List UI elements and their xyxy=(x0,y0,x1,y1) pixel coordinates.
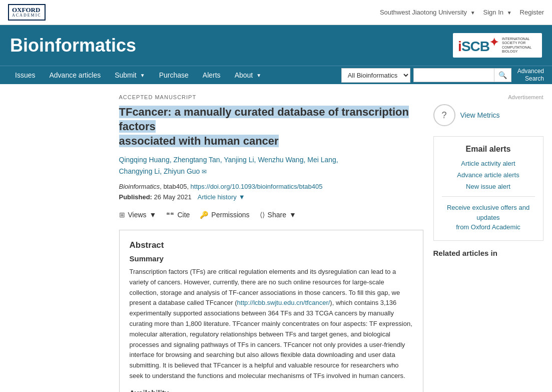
views-button[interactable]: ⊞ Views ▼ xyxy=(119,211,157,219)
article-history-button[interactable]: Article history ▼ xyxy=(198,193,245,201)
availability-title: Availability xyxy=(130,388,413,392)
metrics-circle: ? xyxy=(433,104,455,126)
author-1[interactable]: Qingqing Huang xyxy=(119,156,170,164)
advance-alerts-link[interactable]: Advance article alerts xyxy=(442,171,535,179)
cite-icon: ❝❝ xyxy=(166,211,174,219)
search-button[interactable]: 🔍 xyxy=(494,69,511,82)
nav-purchase[interactable]: Purchase xyxy=(152,66,196,84)
oxford-logo-text: OXFORD xyxy=(12,6,40,14)
signin-dropdown-arrow: ▼ xyxy=(507,10,512,16)
abstract-text: Transcription factors (TFs) are critical… xyxy=(130,267,413,381)
iscb-subtitle: INTERNATIONAL SOCIETY FOR COMPUTATIONAL … xyxy=(502,37,537,54)
institution-dropdown-arrow: ▼ xyxy=(470,10,475,16)
article-history-arrow: ▼ xyxy=(239,193,245,201)
nav-issues[interactable]: Issues xyxy=(8,66,42,84)
nav-submit[interactable]: Submit ▼ xyxy=(108,66,152,84)
nav-about[interactable]: About ▼ xyxy=(228,66,269,84)
oxford-logo: OXFORD ACADEMIC xyxy=(8,4,46,21)
article-title: TFcancer: a manually curated database of… xyxy=(119,105,423,148)
main-nav: Issues Advance articles Submit ▼ Purchas… xyxy=(0,66,552,84)
share-icon: ⟨⟩ xyxy=(260,211,265,219)
page-container: ACCEPTED MANUSCRIPT TFcancer: a manually… xyxy=(1,84,551,392)
abstract-box: Abstract Summary Transcription factors (… xyxy=(119,230,423,392)
main-content: ACCEPTED MANUSCRIPT TFcancer: a manually… xyxy=(119,94,423,392)
related-articles-title: Related articles in xyxy=(433,249,543,257)
new-issue-alert-link[interactable]: New issue alert xyxy=(442,183,535,190)
author-2[interactable]: Zhengtang Tan xyxy=(173,156,220,164)
article-ref: btab405 xyxy=(163,183,187,190)
action-bar: ⊞ Views ▼ ❝❝ Cite 🔑 Permissions ⟨⟩ Share… xyxy=(119,208,423,222)
summary-title: Summary xyxy=(130,254,413,263)
author-6[interactable]: Changying Li xyxy=(119,167,160,175)
author-4[interactable]: Wenzhu Wang xyxy=(258,156,303,164)
journal-title: Bioinformatics xyxy=(10,35,136,56)
nav-alerts[interactable]: Alerts xyxy=(196,66,228,84)
iscb-logo: iSCB✦ INTERNATIONAL SOCIETY FOR COMPUTAT… xyxy=(453,33,542,58)
academic-label: ACADEMIC xyxy=(12,14,42,18)
metrics-widget: ? View Metrics xyxy=(433,104,543,126)
search-input-wrap: 🔍 xyxy=(413,68,511,82)
manuscript-label: ACCEPTED MANUSCRIPT xyxy=(119,94,423,100)
top-bar: OXFORD ACADEMIC Southwest Jiaotong Unive… xyxy=(0,0,552,25)
journal-info: Bioinformatics, btab405, https://doi.org… xyxy=(119,183,423,190)
submit-dropdown-icon: ▼ xyxy=(140,73,145,78)
tfcancer-link[interactable]: http://lcbb.swjtu.edu.cn/tfcancer/ xyxy=(237,299,330,306)
permissions-icon: 🔑 xyxy=(200,211,208,219)
nav-items: Issues Advance articles Submit ▼ Purchas… xyxy=(8,66,341,84)
doi-text: https://doi.org/10.1093/bioinformatics/b… xyxy=(191,183,323,190)
brand-header: Bioinformatics iSCB✦ INTERNATIONAL SOCIE… xyxy=(0,25,552,66)
signin-link[interactable]: Sign In ▼ xyxy=(483,9,512,16)
published-date: 26 May 2021 xyxy=(154,193,192,201)
advertisement-label: Advertisement xyxy=(433,94,543,100)
abstract-text-after-link: ), which contains 3,136 experimentally s… xyxy=(130,299,412,379)
abstract-title: Abstract xyxy=(130,240,413,250)
author-5[interactable]: Mei Lang xyxy=(307,156,336,164)
author-3[interactable]: Yanjing Li xyxy=(224,156,254,164)
author-7[interactable]: Zhiyun Guo xyxy=(164,167,200,175)
cite-button[interactable]: ❝❝ Cite xyxy=(166,211,190,219)
corresponding-author-icon: ✉ xyxy=(202,168,207,175)
views-icon: ⊞ xyxy=(119,211,125,219)
views-arrow: ▼ xyxy=(150,211,157,219)
advanced-search-link[interactable]: AdvancedSearch xyxy=(514,68,544,83)
register-link[interactable]: Register xyxy=(520,9,544,16)
institution-link[interactable]: Southwest Jiaotong University ▼ xyxy=(380,9,475,16)
sidebar-left xyxy=(9,94,109,392)
authors: Qingqing Huang, Zhengtang Tan, Yanjing L… xyxy=(119,154,423,177)
sidebar-right: Advertisement ? View Metrics Email alert… xyxy=(433,94,543,392)
permissions-button[interactable]: 🔑 Permissions xyxy=(200,211,249,219)
search-area: All Bioinformatics 🔍 AdvancedSearch xyxy=(341,68,544,83)
iscb-logo-text: iSCB✦ xyxy=(458,39,498,54)
email-alerts-title: Email alerts xyxy=(442,145,535,154)
nav-advance-articles[interactable]: Advance articles xyxy=(42,66,108,84)
share-button[interactable]: ⟨⟩ Share ▼ xyxy=(260,211,296,219)
article-title-part2: associated with human cancer xyxy=(119,135,279,147)
search-scope-select[interactable]: All Bioinformatics xyxy=(341,68,410,83)
journal-name: Bioinformatics xyxy=(119,183,160,190)
about-dropdown-icon: ▼ xyxy=(256,73,261,78)
search-input[interactable] xyxy=(414,69,494,82)
doi-link[interactable]: https://doi.org/10.1093/bioinformatics/b… xyxy=(191,183,323,190)
article-title-part1: TFcancer: a manually curated database of… xyxy=(119,106,409,133)
publish-info: Published: 26 May 2021 Article history ▼ xyxy=(119,193,423,201)
email-alerts-box: Email alerts Article activity alert Adva… xyxy=(433,136,543,241)
article-activity-alert-link[interactable]: Article activity alert xyxy=(442,160,535,167)
oxford-offers-link[interactable]: Receive exclusive offers and updatesfrom… xyxy=(442,203,535,232)
alerts-divider xyxy=(442,196,535,197)
top-bar-right: Southwest Jiaotong University ▼ Sign In … xyxy=(380,9,544,16)
published-label: Published: 26 May 2021 xyxy=(119,193,192,201)
view-metrics-link[interactable]: View Metrics xyxy=(460,111,500,119)
share-arrow: ▼ xyxy=(289,211,296,219)
